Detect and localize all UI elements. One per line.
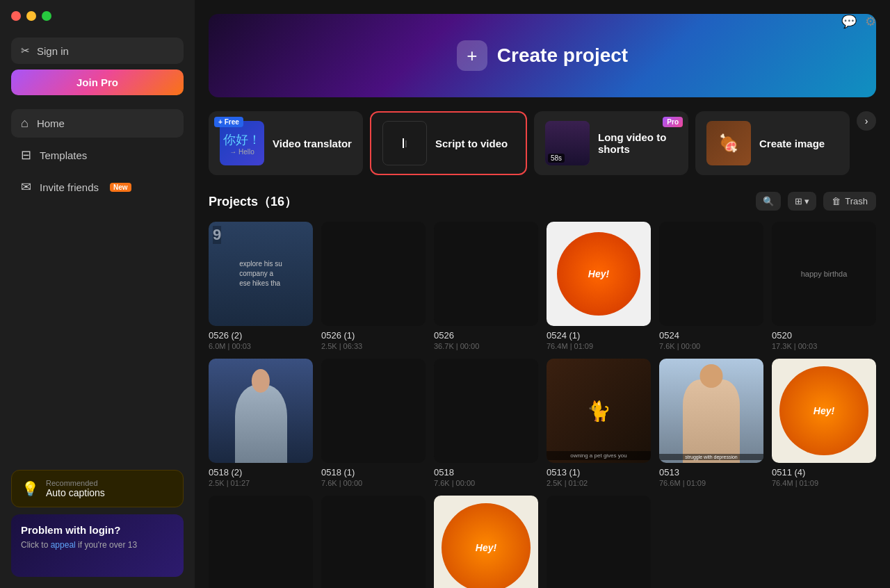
project-name: 0518 (2) [209, 467, 313, 477]
project-item[interactable]: Hey! [434, 496, 538, 588]
project-meta: 2.5K | 06:33 [321, 342, 426, 350]
search-button[interactable]: 🔍 [756, 192, 781, 211]
project-name: 0513 [659, 467, 763, 477]
project-item[interactable]: struggle with depression 0513 76.6M | 01… [659, 359, 763, 487]
join-pro-button[interactable]: Join Pro [11, 70, 184, 95]
create-plus-icon: + [457, 40, 487, 71]
project-meta: 76.6M | 01:09 [659, 479, 763, 487]
minimize-button[interactable] [26, 11, 36, 21]
recommend-title: Auto captions [46, 487, 105, 498]
projects-header: Projects（16） 🔍 ⊞ ▾ 🗑 Trash [209, 192, 876, 211]
project-name: 0526 (1) [321, 330, 426, 341]
project-meta: 36.7K | 00:00 [434, 342, 538, 350]
project-name: 0524 [659, 330, 763, 341]
feature-card-script-to-video[interactable]: | Script to video [370, 111, 527, 175]
long-video-thumb: 58s [545, 121, 590, 165]
project-name: 0513 (1) [547, 467, 651, 477]
project-meta: 6.0M | 00:03 [209, 342, 313, 350]
project-name: 0518 [434, 467, 538, 477]
free-badge: Free [214, 117, 243, 127]
project-item[interactable] [321, 496, 426, 588]
project-item[interactable]: 🐈 owning a pet gives you 0513 (1) 2.5K |… [547, 359, 651, 487]
sidebar-item-home[interactable]: ⌂ Home [11, 109, 184, 138]
project-item[interactable]: 0526 36.7K | 00:00 [434, 222, 538, 350]
invite-icon: ✉ [21, 179, 31, 195]
recommend-card[interactable]: 💡 Recommended Auto captions [11, 470, 184, 507]
project-meta: 2.5K | 01:27 [209, 479, 313, 487]
project-name: 0518 (1) [321, 467, 426, 477]
create-image-label: Create image [759, 138, 825, 149]
project-meta: 7.6K | 00:00 [659, 342, 763, 350]
sidebar: ✂ Sign in Join Pro ⌂ Home ⊟ Templates ✉ … [0, 0, 195, 588]
feature-card-create-image[interactable]: 🍖 Create image [695, 111, 850, 175]
project-item[interactable]: 0526 (1) 2.5K | 06:33 [321, 222, 426, 350]
project-meta: 76.4M | 01:09 [547, 342, 651, 350]
traffic-lights [11, 11, 184, 21]
sidebar-item-invite[interactable]: ✉ Invite friends New [11, 172, 184, 202]
join-pro-label: Join Pro [76, 76, 118, 88]
feature-card-long-video[interactable]: Pro 58s Long video to shorts [534, 111, 688, 175]
templates-icon: ⊟ [21, 147, 31, 163]
project-item[interactable]: happy birthda 0520 17.3K | 00:03 [772, 222, 876, 350]
hey-thumb: Hey! [557, 232, 640, 316]
project-meta: 17.3K | 00:03 [772, 342, 876, 350]
project-meta: 2.5K | 01:02 [547, 479, 651, 487]
sidebar-nav: ⌂ Home ⊟ Templates ✉ Invite friends New [11, 109, 184, 470]
scissor-icon: ✂ [21, 44, 30, 57]
trash-button[interactable]: 🗑 Trash [823, 192, 876, 211]
long-video-label: Long video to shorts [598, 131, 677, 155]
settings-icon[interactable]: ⚙ [865, 14, 876, 29]
project-item[interactable]: explore his sucompany aese hikes tha 9 0… [209, 222, 313, 350]
project-grid: explore his sucompany aese hikes tha 9 0… [209, 222, 876, 487]
new-badge: New [110, 183, 131, 192]
project-item[interactable]: 0524 7.6K | 00:00 [659, 222, 763, 350]
hero-title: Create project [497, 44, 628, 67]
project-item[interactable]: Hey! 0511 (4) 76.4M | 01:09 [772, 359, 876, 487]
project-item[interactable] [547, 496, 651, 588]
problem-desc: Click to appeal if you're over 13 [21, 540, 174, 550]
project-name: 0526 [434, 330, 538, 341]
main-content: 💬 ⚙ + Create project Free 你好！ → Hello Vi… [195, 0, 890, 588]
projects-actions: 🔍 ⊞ ▾ 🗑 Trash [756, 192, 876, 211]
project-name: 0511 (4) [772, 467, 876, 477]
thumb-text: explore his sucompany aese hikes tha [209, 222, 313, 326]
sign-in-button[interactable]: ✂ Sign in [11, 38, 184, 64]
project-item[interactable] [209, 496, 313, 588]
project-meta: 76.4M | 01:09 [772, 479, 876, 487]
project-name: 0526 (2) [209, 330, 313, 341]
thumb-text: happy birthda [798, 267, 850, 281]
recommend-text: Recommended Auto captions [46, 479, 105, 498]
project-item[interactable]: 0518 (2) 2.5K | 01:27 [209, 359, 313, 487]
sidebar-item-templates[interactable]: ⊟ Templates [11, 140, 184, 170]
header-icons: 💬 ⚙ [841, 14, 876, 29]
project-item[interactable]: 0518 7.6K | 00:00 [434, 359, 538, 487]
project-name: 0520 [772, 330, 876, 341]
sign-in-label: Sign in [37, 45, 69, 57]
problem-card[interactable]: Problem with login? Click to appeal if y… [11, 514, 184, 577]
problem-title: Problem with login? [21, 524, 174, 536]
home-icon: ⌂ [21, 116, 29, 131]
feature-card-video-translator[interactable]: Free 你好！ → Hello Video translator [209, 111, 363, 175]
sidebar-item-label: Templates [40, 149, 87, 161]
close-button[interactable] [11, 11, 21, 21]
appeal-link[interactable]: appeal [51, 540, 76, 550]
project-meta: 7.6K | 00:00 [321, 479, 426, 487]
project-grid-row3: Hey! [209, 496, 876, 588]
maximize-button[interactable] [42, 11, 51, 21]
projects-title: Projects（16） [209, 193, 297, 210]
chat-icon[interactable]: 💬 [841, 14, 857, 29]
pro-badge: Pro [663, 117, 683, 127]
recommend-label: Recommended [46, 479, 105, 487]
script-to-video-label: Script to video [435, 138, 508, 149]
video-translator-label: Video translator [273, 138, 352, 149]
next-arrow[interactable]: › [857, 111, 876, 131]
sidebar-item-label: Invite friends [40, 181, 99, 193]
sidebar-item-label: Home [37, 117, 65, 129]
project-item[interactable]: Hey! 0524 (1) 76.4M | 01:09 [547, 222, 651, 350]
project-item[interactable]: 0518 (1) 7.6K | 00:00 [321, 359, 426, 487]
project-name: 0524 (1) [547, 330, 651, 341]
view-toggle-button[interactable]: ⊞ ▾ [788, 192, 817, 211]
trash-label: Trash [845, 196, 868, 206]
hero-banner[interactable]: + Create project [209, 14, 876, 97]
sidebar-bottom: 💡 Recommended Auto captions Problem with… [11, 470, 184, 577]
